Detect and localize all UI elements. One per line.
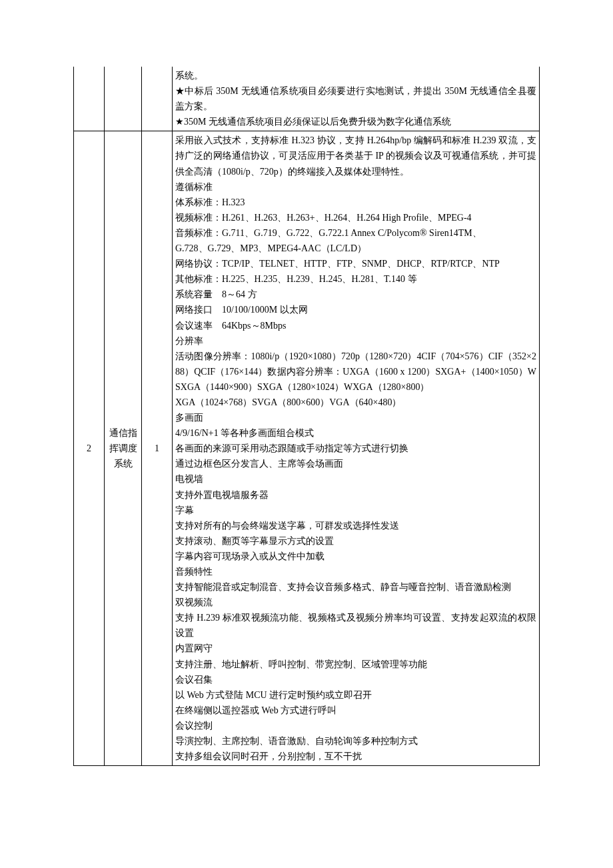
spec-line: 内置网守 [175, 641, 536, 656]
spec-line: 支持多组会议同时召开，分别控制，互不干扰 [175, 749, 536, 764]
cell-name [105, 67, 142, 131]
spec-line: 支持 H.239 标准双视频流功能、视频格式及视频分辨率均可设置、支持发起双流的… [175, 610, 536, 641]
spec-line: 支持注册、地址解析、呼叫控制、带宽控制、区域管理等功能 [175, 657, 536, 672]
spec-line: 4/9/16/N+1 等各种多画面组合模式 [175, 425, 536, 441]
cell-name: 通信指挥调度系统 [105, 131, 142, 766]
spec-line: 网络协议：TCP/IP、TELNET、HTTP、FTP、SNMP、DHCP、RT… [175, 256, 536, 271]
spec-line: 双视频流 [175, 595, 536, 610]
spec-line: 分辨率 [175, 333, 536, 349]
spec-line: 多画面 [175, 410, 536, 425]
spec-line: 在终端侧以遥控器或 Web 方式进行呼叫 [175, 703, 536, 718]
spec-line: 各画面的来源可采用动态跟随或手动指定等方式进行切换 [175, 441, 536, 456]
cell-qty [142, 67, 173, 131]
spec-line: 支持滚动、翻页等字幕显示方式的设置 [175, 533, 536, 549]
spec-line: 系统。 [175, 68, 536, 83]
spec-line: ★中标后 350M 无线通信系统项目必须要进行实地测试，并提出 350M 无线通… [175, 83, 536, 114]
spec-line: 活动图像分辨率：1080i/p（1920×1080）720p（1280×720）… [175, 349, 536, 395]
cell-qty: 1 [142, 131, 173, 766]
spec-line: 会议速率 64Kbps～8Mbps [175, 318, 536, 333]
spec-line: 支持外置电视墙服务器 [175, 487, 536, 503]
cell-index [74, 67, 105, 131]
spec-table: 系统。 ★中标后 350M 无线通信系统项目必须要进行实地测试，并提出 350M… [73, 67, 540, 766]
spec-line: 以 Web 方式登陆 MCU 进行定时预约或立即召开 [175, 687, 536, 703]
spec-line: XGA（1024×768）SVGA（800×600）VGA（640×480） [175, 395, 536, 410]
spec-line: 网络接口 10/100/1000M 以太网 [175, 302, 536, 317]
cell-desc: 系统。 ★中标后 350M 无线通信系统项目必须要进行实地测试，并提出 350M… [173, 67, 540, 131]
spec-line: 音频特性 [175, 564, 536, 579]
spec-line: 字幕内容可现场录入或从文件中加载 [175, 549, 536, 564]
spec-line: 电视墙 [175, 471, 536, 487]
spec-line: 会议控制 [175, 718, 536, 733]
spec-line: 遵循标准 [175, 179, 536, 195]
spec-line: 支持对所有的与会终端发送字幕，可群发或选择性发送 [175, 518, 536, 533]
table-row: 系统。 ★中标后 350M 无线通信系统项目必须要进行实地测试，并提出 350M… [74, 67, 540, 131]
spec-line: 支持智能混音或定制混音、支持会议音频多格式、静音与哑音控制、语音激励检测 [175, 579, 536, 595]
spec-line: 导演控制、主席控制、语音激励、自动轮询等多种控制方式 [175, 733, 536, 749]
spec-line: 会议召集 [175, 672, 536, 687]
table-row: 2 通信指挥调度系统 1 采用嵌入式技术，支持标准 H.323 协议，支持 H.… [74, 131, 540, 766]
spec-line: 通过边框色区分发言人、主席等会场画面 [175, 456, 536, 471]
spec-line: ★350M 无线通信系统项目必须保证以后免费升级为数字化通信系统 [175, 114, 536, 129]
spec-line: 系统容量 8～64 方 [175, 287, 536, 302]
cell-index: 2 [74, 131, 105, 766]
spec-line: 视频标准：H.261、H.263、H.263+、H.264、H.264 High… [175, 210, 536, 225]
spec-line: 字幕 [175, 503, 536, 518]
spec-line: 其他标准：H.225、H.235、H.239、H.245、H.281、T.140… [175, 271, 536, 287]
cell-desc: 采用嵌入式技术，支持标准 H.323 协议，支持 H.264hp/bp 编解码和… [173, 131, 540, 766]
spec-line: 体系标准：H.323 [175, 195, 536, 210]
spec-line: 采用嵌入式技术，支持标准 H.323 协议，支持 H.264hp/bp 编解码和… [175, 133, 536, 179]
spec-line: 音频标准：G.711、G.719、G.722、G.722.1 Annex C/P… [175, 225, 536, 241]
spec-line: G.728、G.729、MP3、MPEG4-AAC（LC/LD） [175, 241, 536, 256]
